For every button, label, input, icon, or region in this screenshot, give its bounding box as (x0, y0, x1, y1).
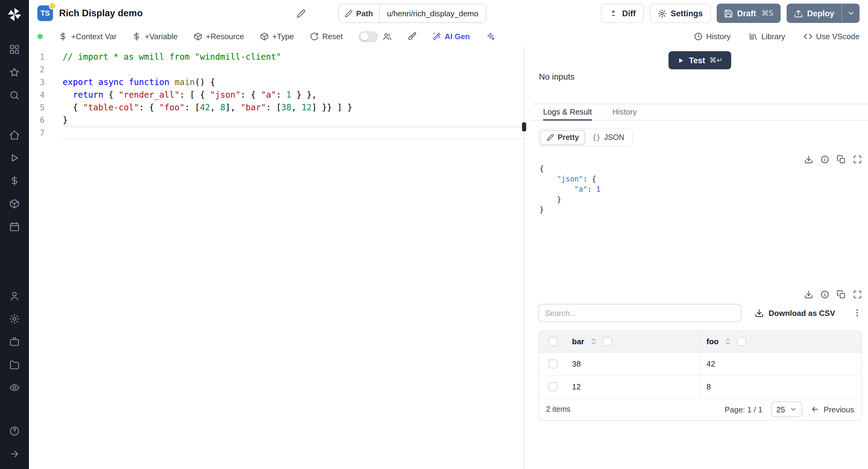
nav-runs-icon[interactable] (2, 147, 27, 169)
code-editor[interactable]: 1234567 // import * as wmill from "windm… (29, 46, 524, 469)
nav-search-icon[interactable] (2, 84, 27, 107)
column-checkbox[interactable] (737, 337, 746, 346)
sidebar-collapse-icon[interactable] (2, 442, 27, 465)
search-input[interactable] (538, 304, 741, 322)
nav-workers-icon[interactable] (2, 330, 27, 353)
column-checkbox[interactable] (603, 337, 612, 346)
deploy-split-button: Deploy (786, 4, 860, 23)
table-body: 3842128 (539, 353, 861, 399)
users-icon[interactable] (382, 32, 392, 41)
nav-help-icon[interactable] (2, 419, 27, 442)
nav-star-icon[interactable] (2, 61, 27, 84)
nav-schedules-icon[interactable] (2, 215, 27, 238)
tab-history[interactable]: History (613, 104, 637, 121)
chevron-down-icon (790, 406, 797, 413)
sort-icon[interactable] (724, 338, 732, 345)
table-header: bar foo (539, 331, 861, 353)
windmill-app: TS Rich Display demo Path u/henri/rich_d… (0, 0, 868, 469)
download-icon[interactable] (804, 290, 813, 299)
nav-user-icon[interactable] (2, 285, 27, 307)
diff-button[interactable]: Diff (601, 4, 644, 23)
path-group: Path u/henri/rich_display_demo (338, 4, 486, 23)
run-inputs-section: Test ⌘↵ No inputs (532, 46, 868, 104)
nav-folders-icon[interactable] (2, 353, 27, 376)
library-button[interactable]: Library (749, 32, 785, 41)
copy-icon[interactable] (837, 155, 846, 164)
select-all-checkbox[interactable] (548, 337, 557, 346)
status-dot (37, 34, 43, 39)
nav-apps-grid-icon[interactable] (2, 38, 27, 61)
result-view-toggle: Pretty {} JSON (538, 128, 632, 147)
info-icon[interactable] (820, 290, 830, 299)
multiplayer-toggle[interactable] (358, 31, 378, 42)
nav-audit-logs-icon[interactable] (2, 376, 27, 399)
table-toolbar: Download as CSV (538, 304, 862, 322)
info-icon[interactable] (820, 155, 830, 164)
row-checkbox[interactable] (548, 359, 557, 368)
table-result-actions (804, 290, 862, 299)
add-type-button[interactable]: +Type (260, 32, 294, 41)
script-path[interactable]: u/henri/rich_display_demo (380, 4, 486, 22)
deploy-button[interactable]: Deploy (786, 4, 841, 23)
deploy-dropdown-chevron-icon[interactable] (841, 4, 860, 23)
tab-logs-result[interactable]: Logs & Result (543, 104, 592, 121)
nav-settings-icon[interactable] (2, 307, 27, 330)
items-count: 2 items (546, 405, 570, 413)
table-row[interactable]: 128 (539, 376, 861, 399)
column-header: bar (572, 337, 584, 346)
app-sidebar (0, 0, 29, 469)
table-row[interactable]: 3842 (539, 353, 861, 376)
expand-icon[interactable] (853, 290, 862, 299)
previous-page-button[interactable]: Previous (811, 405, 854, 414)
splitter-handle-icon[interactable] (522, 122, 526, 131)
test-shortcut: ⌘↵ (710, 56, 723, 64)
edit-summary-pencil-icon[interactable] (296, 9, 305, 18)
result-table: bar foo 3842128 2 i (538, 330, 862, 421)
arrow-left-icon (811, 405, 819, 413)
no-inputs-label: No inputs (539, 72, 575, 82)
line-numbers: 1234567 (29, 51, 59, 469)
pane-splitter[interactable] (524, 46, 532, 469)
result-tabs: Logs & Result History (532, 104, 868, 121)
reset-button[interactable]: Reset (310, 32, 343, 41)
settings-button[interactable]: Settings (650, 4, 711, 23)
run-result-panel: Test ⌘↵ No inputs Logs & Result History … (532, 46, 868, 469)
add-context-var-button[interactable]: +Context Var (59, 32, 117, 41)
add-resource-button[interactable]: +Resource (193, 32, 244, 41)
view-pretty-button[interactable]: Pretty (540, 130, 586, 145)
test-button[interactable]: Test ⌘↵ (669, 51, 731, 69)
path-button[interactable]: Path (338, 4, 379, 22)
braces-icon: {} (592, 133, 601, 142)
page-size-select[interactable]: 25 (771, 402, 803, 417)
nav-resources-icon[interactable] (2, 192, 27, 215)
use-vscode-button[interactable]: Use VScode (803, 32, 860, 41)
windmill-logo[interactable] (5, 5, 24, 24)
sort-icon[interactable] (590, 338, 597, 345)
download-csv-button[interactable]: Download as CSV (755, 308, 835, 317)
format-brush-icon[interactable] (407, 32, 416, 41)
draft-shortcut: ⌘S (762, 9, 773, 18)
json-result-actions (804, 155, 862, 164)
typescript-badge: TS (37, 5, 53, 21)
result-body: Pretty {} JSON { "json": { (532, 121, 868, 469)
draft-button[interactable]: Draft ⌘S (717, 4, 781, 23)
page-title: Rich Display demo (59, 8, 143, 19)
view-json-button[interactable]: {} JSON (586, 130, 631, 145)
history-button[interactable]: History (693, 32, 731, 41)
sparkles-icon[interactable] (486, 32, 495, 41)
download-icon[interactable] (804, 155, 813, 164)
header: TS Rich Display demo Path u/henri/rich_d… (29, 0, 868, 27)
emoji-badge (49, 2, 56, 10)
table-footer: 2 items Page: 1 / 1 25 Previous (539, 399, 861, 420)
row-checkbox[interactable] (548, 382, 557, 391)
nav-home-icon[interactable] (2, 124, 27, 147)
json-result: { "json": { "a": 1 }} (539, 164, 600, 215)
ai-gen-button[interactable]: AI Gen (432, 32, 470, 41)
editor-toolbar: +Context Var +Variable +Resource +Type R… (29, 27, 868, 46)
code-lines[interactable]: // import * as wmill from "windmill-clie… (59, 51, 524, 469)
expand-icon[interactable] (853, 155, 862, 164)
nav-variables-icon[interactable] (2, 169, 27, 192)
add-variable-button[interactable]: +Variable (132, 32, 178, 41)
table-menu-kebab-icon[interactable] (852, 308, 862, 318)
copy-icon[interactable] (837, 290, 846, 299)
